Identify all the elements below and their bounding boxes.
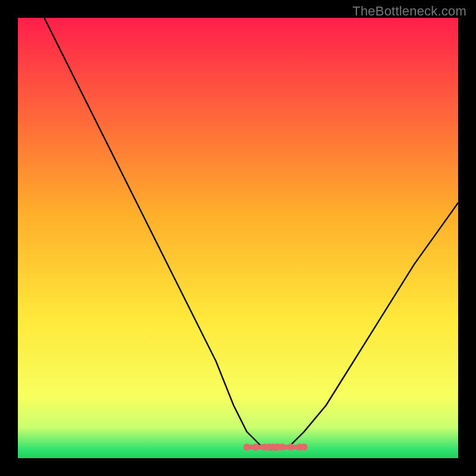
gradient-background (18, 18, 458, 458)
marker-dot (278, 444, 286, 451)
plot-area (18, 18, 458, 458)
bottleneck-chart (18, 18, 458, 458)
chart-frame: TheBottleneck.com (0, 0, 476, 476)
watermark-text: TheBottleneck.com (352, 4, 466, 19)
marker-dot (300, 444, 308, 451)
marker-dot (287, 444, 295, 451)
marker-dot (252, 444, 259, 451)
marker-dot (243, 444, 250, 451)
